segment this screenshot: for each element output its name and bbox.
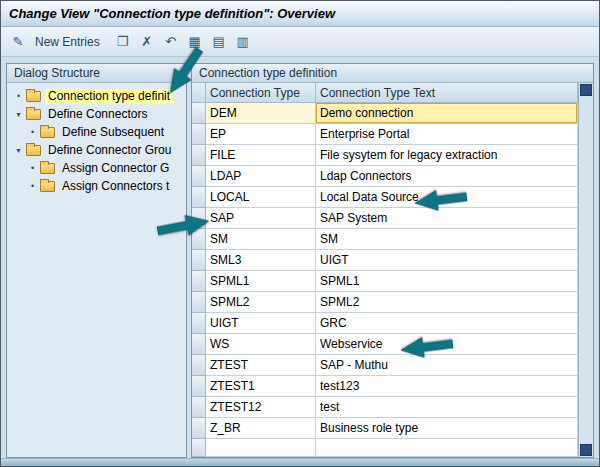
connection-type-text-cell[interactable]: SM [316,229,578,250]
deselect-all-icon[interactable]: ▥ [232,32,254,52]
connection-type-text-cell[interactable]: SAP System [316,208,578,229]
table-row: Z_BRBusiness role type [192,418,578,439]
window-title-bar: Change View "Connection type definition"… [1,1,599,27]
tree-item[interactable]: ▼Define Connector Grou [8,141,185,159]
row-selector[interactable] [192,250,206,271]
column-header-connection-type[interactable]: Connection Type [206,83,316,103]
connection-type-text-cell[interactable]: GRC [316,313,578,334]
connection-type-cell[interactable]: Z_BR [206,418,316,439]
tree-item[interactable]: •Assign Connectors t [8,177,185,195]
table-row: WSWebservice [192,334,578,355]
tree-item[interactable]: ▼Define Connectors [8,105,185,123]
vertical-scrollbar[interactable] [578,83,593,457]
connection-type-cell[interactable]: SPML1 [206,271,316,292]
row-selector[interactable] [192,418,206,439]
tree-item[interactable]: •Assign Connector G [8,159,185,177]
tree-item-label: Define Subsequent [59,125,167,140]
row-selector[interactable] [192,166,206,187]
connection-type-cell[interactable]: SAP [206,208,316,229]
tree-item-label: Define Connectors [45,107,150,122]
tree-item[interactable]: •Connection type definit [8,87,185,105]
table-row: SPML2SPML2 [192,292,578,313]
connection-type-text-cell[interactable]: Local Data Source [316,187,578,208]
select-all-icon[interactable]: ▦ [184,32,206,52]
row-selector[interactable] [192,376,206,397]
select-block-icon[interactable]: ▤ [208,32,230,52]
table-row: SMSM [192,229,578,250]
table-row: UIGTGRC [192,313,578,334]
row-selector[interactable] [192,208,206,229]
connection-type-cell[interactable]: LOCAL [206,187,316,208]
row-selector[interactable] [192,145,206,166]
bullet-icon: • [12,91,25,101]
connection-type-cell[interactable]: ZTEST12 [206,397,316,418]
connection-type-cell[interactable]: FILE [206,145,316,166]
connection-type-text-cell[interactable]: Demo connection [316,103,578,124]
connection-type-cell[interactable]: LDAP [206,166,316,187]
connection-type-cell[interactable]: SML3 [206,250,316,271]
row-selector[interactable] [192,397,206,418]
connection-type-text-cell[interactable]: SPML2 [316,292,578,313]
new-entries-button[interactable]: New Entries [33,35,108,49]
table-row: ZTESTSAP - Muthu [192,355,578,376]
row-selector[interactable] [192,355,206,376]
connection-type-text-cell[interactable]: test123 [316,376,578,397]
connection-type-cell[interactable]: SM [206,229,316,250]
folder-icon [26,145,41,156]
copy-as-icon[interactable]: ❐ [112,32,134,52]
row-selector[interactable] [192,229,206,250]
row-selector[interactable] [192,439,206,457]
connection-type-text-cell[interactable]: UIGT [316,250,578,271]
connection-type-text-cell[interactable]: Ldap Connectors [316,166,578,187]
connection-table-panel: Connection type definition Connection Ty… [191,63,594,458]
select-all-corner[interactable] [192,83,206,103]
window-bottom-edge [1,458,599,466]
row-selector[interactable] [192,271,206,292]
table-row: DEMDemo connection [192,103,578,124]
connection-type-text-cell[interactable]: test [316,397,578,418]
table-title: Connection type definition [192,64,593,83]
connection-type-text-cell[interactable]: SPML1 [316,271,578,292]
table-row: ZTEST12test [192,397,578,418]
connection-type-text-cell[interactable]: Webservice [316,334,578,355]
empty-type-cell [206,439,316,457]
bullet-icon: • [26,181,39,191]
table-row: SAPSAP System [192,208,578,229]
undo-icon[interactable]: ↶ [160,32,182,52]
table-row: SML3UIGT [192,250,578,271]
row-selector[interactable] [192,124,206,145]
table-row: LOCALLocal Data Source [192,187,578,208]
empty-text-cell [316,439,578,457]
bullet-icon: • [26,163,39,173]
tree-item-label: Connection type definit [45,89,173,104]
expand-icon[interactable]: ▼ [12,111,25,118]
row-selector[interactable] [192,313,206,334]
connection-type-text-cell[interactable]: SAP - Muthu [316,355,578,376]
connection-type-cell[interactable]: SPML2 [206,292,316,313]
connection-type-cell[interactable]: DEM [206,103,316,124]
folder-icon [40,163,55,174]
connection-type-cell[interactable]: ZTEST [206,355,316,376]
table-header-row: Connection Type Connection Type Text [192,83,578,103]
tree-item[interactable]: •Define Subsequent [8,123,185,141]
connection-type-cell[interactable]: EP [206,124,316,145]
connection-type-cell[interactable]: WS [206,334,316,355]
expand-icon[interactable]: ▼ [12,147,25,154]
row-selector[interactable] [192,103,206,124]
change-display-icon[interactable]: ✎ [7,32,29,52]
scrollbar-bottom-button[interactable] [580,444,592,456]
connection-type-text-cell[interactable]: Business role type [316,418,578,439]
connection-type-cell[interactable]: ZTEST1 [206,376,316,397]
row-selector[interactable] [192,292,206,313]
connection-type-text-cell[interactable]: Enterprise Portal [316,124,578,145]
folder-icon [26,91,41,102]
row-selector[interactable] [192,334,206,355]
table-row: ZTEST1test123 [192,376,578,397]
scrollbar-top-button[interactable] [580,84,592,96]
delete-icon[interactable]: ✗ [136,32,158,52]
connection-type-cell[interactable]: UIGT [206,313,316,334]
row-selector[interactable] [192,187,206,208]
dialog-structure-tree: •Connection type definit▼Define Connecto… [7,83,186,199]
column-header-connection-type-text[interactable]: Connection Type Text [316,83,578,103]
connection-type-text-cell[interactable]: File sysytem for legacy extraction [316,145,578,166]
